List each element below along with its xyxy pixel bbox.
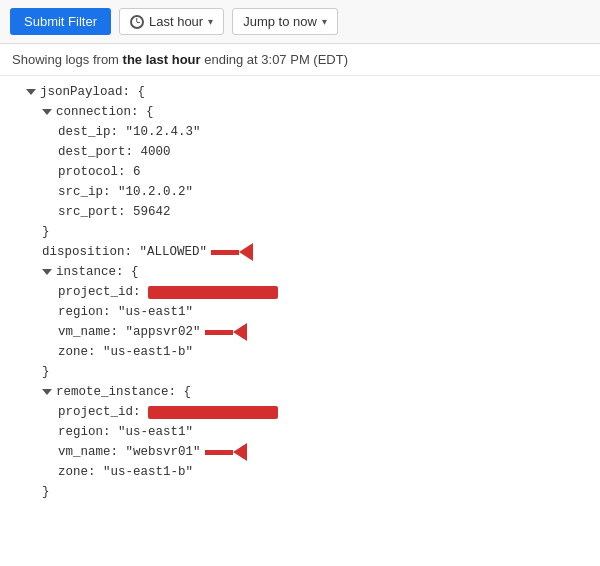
src-port-key: src_port:: [58, 202, 126, 222]
log-instance-project-id: project_id:: [10, 282, 590, 302]
log-connection: connection: {: [10, 102, 590, 122]
log-src-ip: src_ip: "10.2.0.2": [10, 182, 590, 202]
chevron-down-icon-2: ▾: [322, 16, 327, 27]
close-brace-instance: }: [42, 362, 50, 382]
last-hour-dropdown[interactable]: Last hour ▾: [119, 8, 224, 35]
status-bar: Showing logs from the last hour ending a…: [0, 44, 600, 76]
vm-name-val-2: "websvr01": [126, 442, 201, 462]
region-val-1: "us-east1": [118, 302, 193, 322]
src-ip-val: "10.2.0.2": [118, 182, 193, 202]
last-hour-label: Last hour: [149, 14, 203, 29]
close-brace-connection: }: [42, 222, 50, 242]
log-json-payload: jsonPayload: {: [10, 82, 590, 102]
log-content: jsonPayload: { connection: { dest_ip: "1…: [0, 76, 600, 512]
log-instance-region: region: "us-east1": [10, 302, 590, 322]
jump-to-now-label: Jump to now: [243, 14, 317, 29]
connection-label: connection: {: [56, 102, 154, 122]
log-instance: instance: {: [10, 262, 590, 282]
project-id-redacted-2: [148, 406, 278, 419]
dest-port-key: dest_port:: [58, 142, 133, 162]
chevron-down-icon: ▾: [208, 16, 213, 27]
vm-name-val-1: "appsvr02": [126, 322, 201, 342]
zone-val-2: "us-east1-b": [103, 462, 193, 482]
status-prefix: Showing logs from: [12, 52, 123, 67]
disposition-key: disposition:: [42, 242, 132, 262]
collapse-icon-connection[interactable]: [42, 109, 52, 115]
log-remote-instance: remote_instance: {: [10, 382, 590, 402]
clock-icon: [130, 15, 144, 29]
remote-instance-label: remote_instance: {: [56, 382, 191, 402]
dest-ip-key: dest_ip:: [58, 122, 118, 142]
log-remote-region: region: "us-east1": [10, 422, 590, 442]
zone-key-1: zone:: [58, 342, 96, 362]
json-payload-label: jsonPayload: {: [40, 82, 145, 102]
log-remote-zone: zone: "us-east1-b": [10, 462, 590, 482]
collapse-icon-instance[interactable]: [42, 269, 52, 275]
log-remote-vm-name: vm_name: "websvr01": [10, 442, 590, 462]
collapse-icon[interactable]: [26, 89, 36, 95]
project-id-redacted-1: [148, 286, 278, 299]
log-remote-project-id: project_id:: [10, 402, 590, 422]
log-instance-zone: zone: "us-east1-b": [10, 342, 590, 362]
dest-ip-val: "10.2.4.3": [126, 122, 201, 142]
log-instance-close: }: [10, 362, 590, 382]
protocol-key: protocol:: [58, 162, 126, 182]
zone-val-1: "us-east1-b": [103, 342, 193, 362]
log-disposition: disposition: "ALLOWED": [10, 242, 590, 262]
disposition-arrow: [211, 243, 253, 261]
vm-name-1-arrow: [205, 323, 247, 341]
disposition-val: "ALLOWED": [140, 242, 208, 262]
project-id-key-2: project_id:: [58, 402, 141, 422]
toolbar: Submit Filter Last hour ▾ Jump to now ▾: [0, 0, 600, 44]
zone-key-2: zone:: [58, 462, 96, 482]
vm-name-key-2: vm_name:: [58, 442, 118, 462]
close-brace-remote: }: [42, 482, 50, 502]
jump-to-now-dropdown[interactable]: Jump to now ▾: [232, 8, 338, 35]
protocol-val: 6: [133, 162, 141, 182]
log-instance-vm-name: vm_name: "appsvr02": [10, 322, 590, 342]
vm-name-key-1: vm_name:: [58, 322, 118, 342]
status-suffix: ending at 3:07 PM (EDT): [201, 52, 348, 67]
log-remote-close: }: [10, 482, 590, 502]
dest-port-val: 4000: [141, 142, 171, 162]
region-key-2: region:: [58, 422, 111, 442]
project-id-key-1: project_id:: [58, 282, 141, 302]
instance-label: instance: {: [56, 262, 139, 282]
status-highlight: the last hour: [123, 52, 201, 67]
log-connection-close: }: [10, 222, 590, 242]
src-ip-key: src_ip:: [58, 182, 111, 202]
region-val-2: "us-east1": [118, 422, 193, 442]
log-dest-ip: dest_ip: "10.2.4.3": [10, 122, 590, 142]
log-src-port: src_port: 59642: [10, 202, 590, 222]
log-protocol: protocol: 6: [10, 162, 590, 182]
vm-name-2-arrow: [205, 443, 247, 461]
log-dest-port: dest_port: 4000: [10, 142, 590, 162]
region-key-1: region:: [58, 302, 111, 322]
collapse-icon-remote[interactable]: [42, 389, 52, 395]
submit-filter-button[interactable]: Submit Filter: [10, 8, 111, 35]
src-port-val: 59642: [133, 202, 171, 222]
